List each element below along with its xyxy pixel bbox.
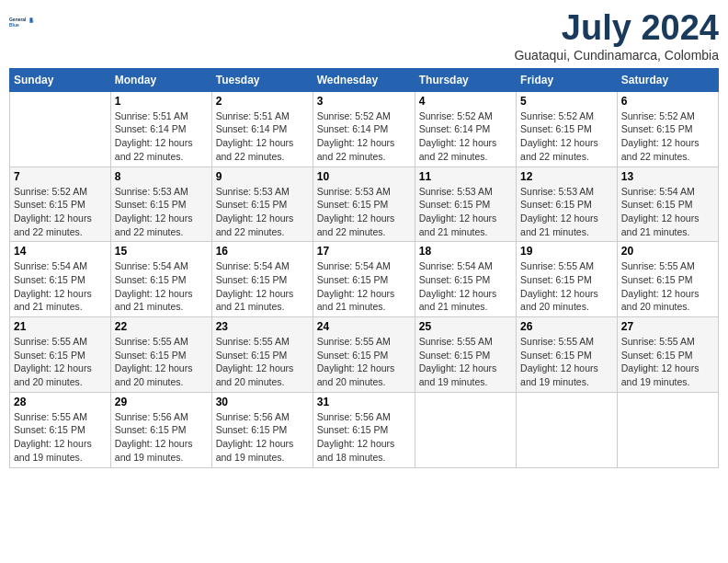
day-number: 11	[419, 170, 512, 183]
calendar-header-wednesday: Wednesday	[313, 68, 415, 91]
day-number: 13	[621, 170, 714, 183]
calendar-day-cell: 4Sunrise: 5:52 AM Sunset: 6:14 PM Daylig…	[415, 91, 516, 167]
calendar-day-cell: 13Sunrise: 5:54 AM Sunset: 6:15 PM Dayli…	[617, 167, 718, 242]
day-number: 20	[621, 245, 714, 258]
calendar-day-cell: 20Sunrise: 5:55 AM Sunset: 6:15 PM Dayli…	[617, 242, 718, 317]
title-area: July 2024 Guataqui, Cundinamarca, Colomb…	[514, 9, 719, 63]
empty-cell	[415, 392, 516, 467]
day-info: Sunrise: 5:52 AM Sunset: 6:14 PM Dayligh…	[419, 109, 512, 164]
day-number: 26	[520, 320, 613, 333]
day-number: 23	[216, 320, 309, 333]
calendar-day-cell: 31Sunrise: 5:56 AM Sunset: 6:15 PM Dayli…	[313, 392, 415, 467]
day-info: Sunrise: 5:52 AM Sunset: 6:15 PM Dayligh…	[621, 109, 714, 164]
calendar-header-saturday: Saturday	[617, 68, 718, 91]
day-number: 1	[115, 95, 208, 108]
calendar-week-row: 21Sunrise: 5:55 AM Sunset: 6:15 PM Dayli…	[10, 317, 719, 393]
calendar-week-row: 7Sunrise: 5:52 AM Sunset: 6:15 PM Daylig…	[10, 167, 719, 242]
day-number: 15	[115, 245, 208, 258]
day-info: Sunrise: 5:54 AM Sunset: 6:15 PM Dayligh…	[621, 185, 714, 239]
header: GeneralBlue July 2024 Guataqui, Cundinam…	[9, 9, 719, 63]
day-info: Sunrise: 5:53 AM Sunset: 6:15 PM Dayligh…	[419, 185, 512, 239]
calendar-day-cell: 19Sunrise: 5:55 AM Sunset: 6:15 PM Dayli…	[517, 242, 618, 317]
svg-text:Blue: Blue	[9, 23, 19, 28]
day-number: 22	[115, 320, 208, 333]
day-info: Sunrise: 5:56 AM Sunset: 6:15 PM Dayligh…	[317, 410, 411, 465]
month-title: July 2024	[514, 9, 719, 48]
logo: GeneralBlue	[9, 9, 35, 35]
calendar-day-cell: 28Sunrise: 5:55 AM Sunset: 6:15 PM Dayli…	[10, 392, 111, 467]
calendar-day-cell: 18Sunrise: 5:54 AM Sunset: 6:15 PM Dayli…	[415, 242, 516, 317]
day-info: Sunrise: 5:55 AM Sunset: 6:15 PM Dayligh…	[14, 335, 107, 389]
day-number: 16	[216, 245, 309, 258]
day-number: 31	[317, 396, 411, 408]
calendar-header-row: SundayMondayTuesdayWednesdayThursdayFrid…	[10, 68, 719, 91]
day-number: 8	[115, 170, 208, 183]
day-number: 12	[520, 170, 613, 183]
calendar-day-cell: 24Sunrise: 5:55 AM Sunset: 6:15 PM Dayli…	[313, 317, 415, 393]
day-info: Sunrise: 5:52 AM Sunset: 6:15 PM Dayligh…	[520, 109, 613, 164]
day-info: Sunrise: 5:55 AM Sunset: 6:15 PM Dayligh…	[317, 335, 411, 389]
calendar-header-monday: Monday	[110, 68, 211, 91]
day-info: Sunrise: 5:51 AM Sunset: 6:14 PM Dayligh…	[216, 109, 309, 164]
day-info: Sunrise: 5:54 AM Sunset: 6:15 PM Dayligh…	[14, 259, 107, 314]
calendar-header-friday: Friday	[517, 68, 618, 91]
calendar-day-cell: 10Sunrise: 5:53 AM Sunset: 6:15 PM Dayli…	[313, 167, 415, 242]
calendar-week-row: 14Sunrise: 5:54 AM Sunset: 6:15 PM Dayli…	[10, 242, 719, 317]
calendar-header-tuesday: Tuesday	[211, 68, 313, 91]
calendar-header-thursday: Thursday	[415, 68, 516, 91]
svg-text:General: General	[9, 17, 27, 22]
calendar-header-sunday: Sunday	[10, 68, 111, 91]
day-info: Sunrise: 5:53 AM Sunset: 6:15 PM Dayligh…	[216, 185, 309, 239]
calendar-day-cell: 16Sunrise: 5:54 AM Sunset: 6:15 PM Dayli…	[211, 242, 313, 317]
day-number: 24	[317, 320, 411, 333]
day-info: Sunrise: 5:55 AM Sunset: 6:15 PM Dayligh…	[419, 335, 512, 389]
day-number: 14	[14, 245, 107, 258]
calendar-table: SundayMondayTuesdayWednesdayThursdayFrid…	[9, 68, 719, 468]
calendar-day-cell: 30Sunrise: 5:56 AM Sunset: 6:15 PM Dayli…	[211, 392, 313, 467]
calendar-day-cell: 3Sunrise: 5:52 AM Sunset: 6:14 PM Daylig…	[313, 91, 415, 167]
day-info: Sunrise: 5:56 AM Sunset: 6:15 PM Dayligh…	[115, 410, 208, 465]
calendar-day-cell: 27Sunrise: 5:55 AM Sunset: 6:15 PM Dayli…	[617, 317, 718, 393]
day-info: Sunrise: 5:54 AM Sunset: 6:15 PM Dayligh…	[216, 259, 309, 314]
empty-cell	[517, 392, 618, 467]
day-number: 4	[419, 95, 512, 108]
day-number: 25	[419, 320, 512, 333]
day-info: Sunrise: 5:55 AM Sunset: 6:15 PM Dayligh…	[115, 335, 208, 389]
day-info: Sunrise: 5:55 AM Sunset: 6:15 PM Dayligh…	[520, 335, 613, 389]
day-number: 18	[419, 245, 512, 258]
empty-cell	[617, 392, 718, 467]
day-number: 27	[621, 320, 714, 333]
day-info: Sunrise: 5:54 AM Sunset: 6:15 PM Dayligh…	[317, 259, 411, 314]
day-info: Sunrise: 5:53 AM Sunset: 6:15 PM Dayligh…	[520, 185, 613, 239]
day-info: Sunrise: 5:53 AM Sunset: 6:15 PM Dayligh…	[317, 185, 411, 239]
calendar-day-cell: 1Sunrise: 5:51 AM Sunset: 6:14 PM Daylig…	[110, 91, 211, 167]
day-info: Sunrise: 5:52 AM Sunset: 6:14 PM Dayligh…	[317, 109, 411, 164]
calendar-day-cell: 6Sunrise: 5:52 AM Sunset: 6:15 PM Daylig…	[617, 91, 718, 167]
calendar-day-cell: 17Sunrise: 5:54 AM Sunset: 6:15 PM Dayli…	[313, 242, 415, 317]
day-info: Sunrise: 5:55 AM Sunset: 6:15 PM Dayligh…	[621, 259, 714, 314]
day-info: Sunrise: 5:56 AM Sunset: 6:15 PM Dayligh…	[216, 410, 309, 465]
day-number: 9	[216, 170, 309, 183]
day-number: 21	[14, 320, 107, 333]
day-number: 10	[317, 170, 411, 183]
day-info: Sunrise: 5:55 AM Sunset: 6:15 PM Dayligh…	[216, 335, 309, 389]
day-info: Sunrise: 5:53 AM Sunset: 6:15 PM Dayligh…	[115, 185, 208, 239]
day-number: 28	[14, 396, 107, 408]
calendar-day-cell: 14Sunrise: 5:54 AM Sunset: 6:15 PM Dayli…	[10, 242, 111, 317]
day-number: 3	[317, 95, 411, 108]
day-number: 19	[520, 245, 613, 258]
day-number: 7	[14, 170, 107, 183]
day-number: 5	[520, 95, 613, 108]
calendar-day-cell: 23Sunrise: 5:55 AM Sunset: 6:15 PM Dayli…	[211, 317, 313, 393]
calendar-day-cell: 8Sunrise: 5:53 AM Sunset: 6:15 PM Daylig…	[110, 167, 211, 242]
day-number: 6	[621, 95, 714, 108]
day-info: Sunrise: 5:54 AM Sunset: 6:15 PM Dayligh…	[115, 259, 208, 314]
day-info: Sunrise: 5:55 AM Sunset: 6:15 PM Dayligh…	[621, 335, 714, 389]
day-number: 2	[216, 95, 309, 108]
calendar-day-cell: 29Sunrise: 5:56 AM Sunset: 6:15 PM Dayli…	[110, 392, 211, 467]
calendar-day-cell: 25Sunrise: 5:55 AM Sunset: 6:15 PM Dayli…	[415, 317, 516, 393]
calendar-day-cell: 21Sunrise: 5:55 AM Sunset: 6:15 PM Dayli…	[10, 317, 111, 393]
calendar-day-cell: 9Sunrise: 5:53 AM Sunset: 6:15 PM Daylig…	[211, 167, 313, 242]
calendar-week-row: 1Sunrise: 5:51 AM Sunset: 6:14 PM Daylig…	[10, 91, 719, 167]
calendar-week-row: 28Sunrise: 5:55 AM Sunset: 6:15 PM Dayli…	[10, 392, 719, 467]
